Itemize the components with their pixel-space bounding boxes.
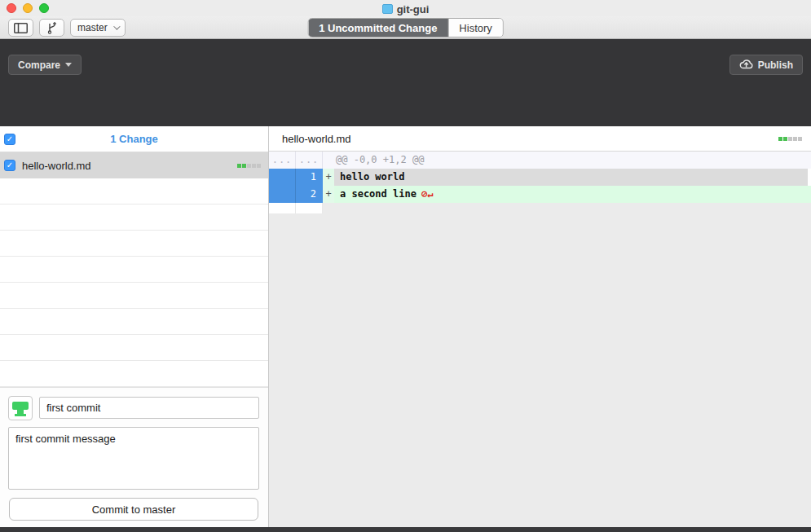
view-tabs: 1 Uncommitted Change History — [307, 18, 504, 37]
main-area: 1 Change ✓ ✓ hello-world.md — [0, 126, 811, 527]
commit-button[interactable]: Commit to master — [9, 498, 258, 521]
app-window: git-gui master 1 Uncommitted Change Hist… — [0, 0, 811, 532]
diff-header: hello-world.md — [269, 126, 811, 152]
tab-history[interactable]: History — [448, 19, 502, 37]
empty-list-row — [0, 283, 268, 309]
titlebar: git-gui — [0, 0, 811, 16]
diff-stat-blocks — [237, 164, 261, 168]
no-newline-icon: ⊘↵ — [421, 188, 433, 200]
new-line-number: 1 — [296, 169, 323, 186]
empty-list-row — [0, 178, 268, 204]
empty-list-row — [0, 361, 268, 387]
diff-file-name: hello-world.md — [282, 133, 778, 145]
publish-button[interactable]: Publish — [729, 55, 803, 75]
compare-button-label: Compare — [18, 59, 60, 71]
diff-line-1[interactable]: 1 + hello world — [269, 169, 811, 186]
branch-plus-icon — [46, 21, 59, 34]
diff-empty-area — [269, 213, 811, 527]
file-row-hello-world[interactable]: ✓ hello-world.md — [0, 152, 268, 178]
diff-line-text: hello world — [334, 169, 808, 186]
diff-line-text-value: a second line — [340, 188, 417, 200]
commit-description-input[interactable]: first commit message — [8, 427, 259, 490]
publish-button-label: Publish — [758, 59, 793, 71]
changes-count-label: 1 Change — [0, 133, 268, 145]
diff-gutter-tail — [269, 203, 811, 213]
window-title-area: git-gui — [0, 2, 811, 16]
diff-body: ... ... @@ -0,0 +1,2 @@ 1 + hello world … — [269, 152, 811, 213]
file-checkbox[interactable]: ✓ — [4, 160, 15, 171]
compare-button[interactable]: Compare — [8, 55, 82, 75]
diff-panel: hello-world.md ... ... @@ -0,0 +1,2 @@ 1… — [269, 126, 811, 527]
changes-sidebar: 1 Change ✓ ✓ hello-world.md — [0, 126, 269, 527]
hunk-header-text: @@ -0,0 +1,2 @@ — [323, 152, 424, 169]
branch-selector-value: master — [77, 22, 108, 33]
diff-stat-blocks — [778, 137, 802, 141]
empty-list-row — [0, 231, 268, 257]
caret-down-icon — [65, 63, 72, 67]
empty-list-row — [0, 204, 268, 231]
chevron-down-icon — [113, 23, 120, 29]
toggle-sidebar-button[interactable] — [8, 19, 33, 37]
create-branch-button[interactable] — [39, 19, 64, 37]
diff-line-2[interactable]: 2 + a second line⊘↵ — [269, 186, 811, 203]
old-line-number — [269, 186, 296, 203]
empty-list-row — [0, 335, 268, 361]
history-graph-bar: Compare Publish master — [0, 39, 811, 126]
cloud-upload-icon — [739, 59, 753, 72]
hunk-header-row: ... ... @@ -0,0 +1,2 @@ — [269, 152, 811, 169]
empty-list-row — [0, 309, 268, 335]
toolbar: master 1 Uncommitted Change History — [0, 16, 811, 39]
tab-uncommitted-changes[interactable]: 1 Uncommitted Change — [308, 19, 448, 37]
new-line-number: 2 — [296, 186, 323, 203]
commit-summary-input[interactable] — [39, 397, 259, 419]
app-icon — [382, 4, 393, 14]
branch-selector[interactable]: master — [70, 19, 126, 37]
avatar — [8, 396, 33, 420]
empty-list-row — [0, 257, 268, 283]
hunk-old-gutter: ... — [269, 152, 296, 169]
window-bottom-edge — [0, 527, 811, 532]
changes-header: 1 Change ✓ — [0, 126, 268, 152]
diff-line-text: a second line⊘↵ — [334, 186, 811, 203]
diff-sign: + — [323, 186, 334, 203]
diff-sign: + — [323, 169, 334, 186]
commit-form: first commit message Commit to master — [0, 387, 268, 527]
file-name-label: hello-world.md — [22, 160, 231, 172]
old-line-number — [269, 169, 296, 186]
window-title: git-gui — [397, 3, 430, 15]
hunk-new-gutter: ... — [296, 152, 323, 169]
sidebar-panel-icon — [14, 23, 28, 33]
